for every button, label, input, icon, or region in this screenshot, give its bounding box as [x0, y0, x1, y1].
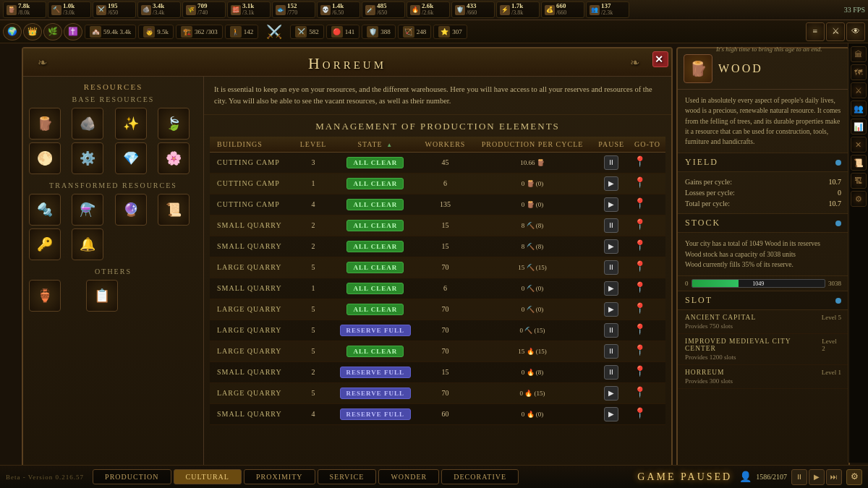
- nav-button-0[interactable]: 🌍: [3, 23, 22, 40]
- goto-cell[interactable]: 📍: [629, 236, 665, 257]
- pause-cell[interactable]: ⏸: [593, 341, 629, 361]
- tab-service[interactable]: Service: [318, 469, 377, 484]
- goto-button[interactable]: 📍: [632, 365, 647, 380]
- pause-cell[interactable]: ⏸: [593, 361, 629, 382]
- pause-button-row[interactable]: ⏸: [604, 260, 618, 275]
- goto-cell[interactable]: 📍: [629, 152, 665, 173]
- edge-icon-6[interactable]: ✕: [851, 137, 867, 153]
- goto-button[interactable]: 📍: [632, 344, 647, 359]
- production-table-container[interactable]: Management of production elements Buildi…: [204, 115, 671, 484]
- tab-proximity[interactable]: Proximity: [244, 469, 315, 484]
- goto-button[interactable]: 📍: [632, 155, 647, 170]
- transformed-resource-icon[interactable]: 🔮: [115, 194, 147, 226]
- pause-button-row[interactable]: ▶: [604, 239, 618, 254]
- fast-forward-button[interactable]: ⏭: [826, 469, 842, 485]
- edge-icon-1[interactable]: 🏛: [851, 46, 867, 62]
- pause-cell[interactable]: ⏸: [593, 152, 629, 173]
- base-resource-icon[interactable]: 🍃: [158, 108, 190, 140]
- transformed-resource-icon[interactable]: 🔔: [72, 228, 103, 260]
- transformed-resource-icon[interactable]: 🔩: [29, 194, 61, 226]
- pause-cell[interactable]: ⏸: [593, 257, 629, 278]
- pause-cell[interactable]: ▶: [593, 278, 629, 299]
- pause-button-row[interactable]: ⏸: [604, 218, 618, 233]
- pause-button-row[interactable]: ⏸: [604, 155, 618, 170]
- edge-icon-4[interactable]: 👥: [851, 100, 867, 116]
- transformed-resource-icon[interactable]: ⚗️: [72, 194, 103, 226]
- pause-button-row[interactable]: ▶: [604, 386, 618, 401]
- pause-button-row[interactable]: ▶: [604, 176, 618, 191]
- tab-wonder[interactable]: Wonder: [378, 469, 439, 484]
- edge-icon-9[interactable]: ⚙: [851, 191, 867, 207]
- pause-cell[interactable]: ▶: [593, 299, 629, 320]
- nav-button-3[interactable]: ✝️: [64, 23, 82, 40]
- base-resource-icon[interactable]: 💎: [115, 142, 147, 174]
- other-resource-icon[interactable]: 🏺: [29, 280, 61, 312]
- pause-button-row[interactable]: ▶: [604, 302, 618, 317]
- nav-button-2[interactable]: 🌿: [43, 23, 62, 40]
- goto-cell[interactable]: 📍: [629, 382, 665, 403]
- right-edge-panel[interactable]: 🏛 🗺 ⚔ 👥 📊 ✕ 📜 🏗 ⚙: [848, 43, 868, 463]
- goto-cell[interactable]: 📍: [629, 278, 665, 299]
- goto-cell[interactable]: 📍: [629, 257, 665, 278]
- edge-icon-8[interactable]: 🏗: [851, 173, 867, 189]
- pause-cell[interactable]: ▶: [593, 382, 629, 403]
- pause-button[interactable]: ⏸: [791, 469, 807, 485]
- sword-filter-icon[interactable]: ⚔: [826, 22, 845, 41]
- goto-cell[interactable]: 📍: [629, 299, 665, 320]
- tab-production[interactable]: Production: [93, 469, 171, 484]
- edge-icon-5[interactable]: 📊: [851, 119, 867, 134]
- goto-button[interactable]: 📍: [632, 386, 647, 401]
- goto-cell[interactable]: 📍: [629, 320, 665, 341]
- goto-cell[interactable]: 📍: [629, 361, 665, 382]
- base-resource-icon[interactable]: 🌕: [29, 142, 61, 174]
- transformed-resource-icon[interactable]: 📜: [158, 194, 190, 226]
- eye-icon[interactable]: 👁: [846, 22, 865, 41]
- tab-cultural[interactable]: Cultural: [174, 469, 242, 484]
- goto-cell[interactable]: 📍: [629, 341, 665, 361]
- pause-controls[interactable]: ⏸ ▶ ⏭: [791, 469, 842, 485]
- filter-icons[interactable]: ≡ ⚔ 👁: [806, 22, 865, 41]
- pause-button-row[interactable]: ▶: [604, 281, 618, 296]
- transformed-resource-icon[interactable]: 🔑: [29, 228, 61, 260]
- base-resource-icon[interactable]: 🪨: [72, 108, 103, 140]
- goto-cell[interactable]: 📍: [629, 173, 665, 194]
- goto-button[interactable]: 📍: [632, 260, 647, 275]
- pause-cell[interactable]: ▶: [593, 403, 629, 424]
- pause-cell[interactable]: ▶: [593, 194, 629, 215]
- edge-icon-7[interactable]: 📜: [851, 155, 867, 171]
- goto-button[interactable]: 📍: [632, 323, 647, 338]
- pause-cell[interactable]: ⏸: [593, 215, 629, 236]
- goto-cell[interactable]: 📍: [629, 403, 665, 424]
- base-resource-icon[interactable]: 🪵: [29, 108, 61, 140]
- pause-button-row[interactable]: ▶: [604, 197, 618, 212]
- pause-button-row[interactable]: ⏸: [604, 344, 618, 359]
- filter-icon[interactable]: ≡: [806, 22, 825, 41]
- base-resource-icon[interactable]: 🌸: [158, 142, 190, 174]
- edge-icon-2[interactable]: 🗺: [851, 64, 867, 80]
- goto-button[interactable]: 📍: [632, 197, 647, 212]
- edge-icon-3[interactable]: ⚔: [851, 82, 867, 98]
- goto-button[interactable]: 📍: [632, 407, 647, 421]
- goto-button[interactable]: 📍: [632, 218, 647, 233]
- settings-button[interactable]: ⚙: [846, 469, 862, 485]
- goto-button[interactable]: 📍: [632, 176, 647, 191]
- goto-cell[interactable]: 📍: [629, 215, 665, 236]
- play-button[interactable]: ▶: [809, 469, 825, 485]
- goto-cell[interactable]: 📍: [629, 194, 665, 215]
- goto-button[interactable]: 📍: [632, 239, 647, 254]
- pause-cell[interactable]: ▶: [593, 236, 629, 257]
- pause-button-row[interactable]: ⏸: [604, 323, 618, 338]
- pause-cell[interactable]: ▶: [593, 173, 629, 194]
- pause-cell[interactable]: ⏸: [593, 320, 629, 341]
- tab-decorative[interactable]: Decorative: [441, 469, 519, 484]
- goto-button[interactable]: 📍: [632, 281, 647, 296]
- base-resource-icon[interactable]: ✨: [115, 108, 147, 140]
- other-resource-icon[interactable]: 📋: [86, 280, 118, 312]
- bottom-tabs[interactable]: ProductionCulturalProximityServiceWonder…: [93, 469, 519, 484]
- close-button[interactable]: ✕: [652, 51, 668, 67]
- base-resource-icon[interactable]: ⚙️: [72, 142, 103, 174]
- pause-button-row[interactable]: ⏸: [604, 365, 618, 380]
- nav-button-1[interactable]: 👑: [23, 23, 42, 40]
- pause-button-row[interactable]: ▶: [604, 407, 618, 421]
- goto-button[interactable]: 📍: [632, 302, 647, 317]
